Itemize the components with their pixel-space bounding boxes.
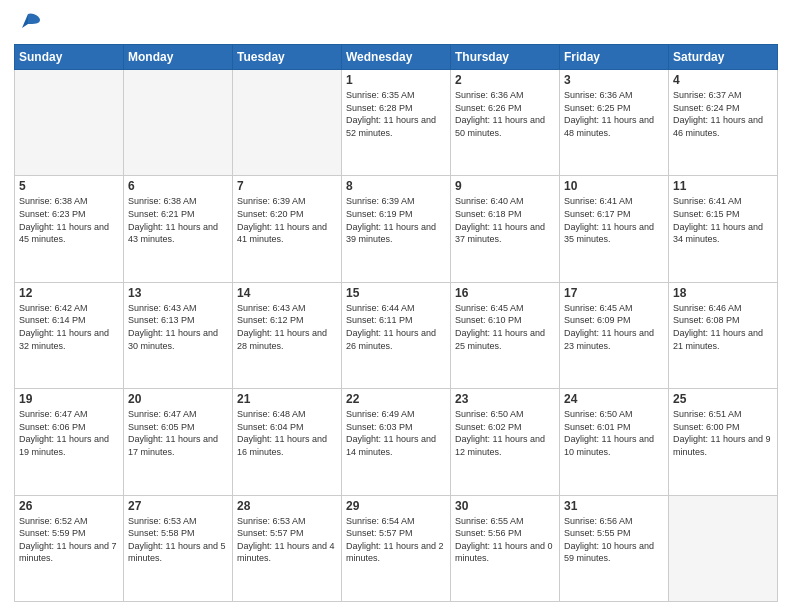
calendar-cell: 30Sunrise: 6:55 AMSunset: 5:56 PMDayligh… (451, 495, 560, 601)
day-info: Sunrise: 6:37 AMSunset: 6:24 PMDaylight:… (673, 89, 773, 139)
day-number: 27 (128, 499, 228, 513)
calendar-cell: 29Sunrise: 6:54 AMSunset: 5:57 PMDayligh… (342, 495, 451, 601)
header-sunday: Sunday (15, 45, 124, 70)
day-number: 28 (237, 499, 337, 513)
day-number: 7 (237, 179, 337, 193)
day-info: Sunrise: 6:55 AMSunset: 5:56 PMDaylight:… (455, 515, 555, 565)
header-tuesday: Tuesday (233, 45, 342, 70)
day-number: 16 (455, 286, 555, 300)
day-info: Sunrise: 6:41 AMSunset: 6:15 PMDaylight:… (673, 195, 773, 245)
calendar-week-0: 1Sunrise: 6:35 AMSunset: 6:28 PMDaylight… (15, 70, 778, 176)
calendar-cell: 9Sunrise: 6:40 AMSunset: 6:18 PMDaylight… (451, 176, 560, 282)
day-number: 15 (346, 286, 446, 300)
day-number: 6 (128, 179, 228, 193)
day-info: Sunrise: 6:46 AMSunset: 6:08 PMDaylight:… (673, 302, 773, 352)
calendar-header: Sunday Monday Tuesday Wednesday Thursday… (15, 45, 778, 70)
day-number: 18 (673, 286, 773, 300)
day-info: Sunrise: 6:45 AMSunset: 6:09 PMDaylight:… (564, 302, 664, 352)
header-saturday: Saturday (669, 45, 778, 70)
calendar-cell (15, 70, 124, 176)
day-info: Sunrise: 6:53 AMSunset: 5:57 PMDaylight:… (237, 515, 337, 565)
calendar-cell: 28Sunrise: 6:53 AMSunset: 5:57 PMDayligh… (233, 495, 342, 601)
calendar-cell: 5Sunrise: 6:38 AMSunset: 6:23 PMDaylight… (15, 176, 124, 282)
calendar-cell: 11Sunrise: 6:41 AMSunset: 6:15 PMDayligh… (669, 176, 778, 282)
day-info: Sunrise: 6:42 AMSunset: 6:14 PMDaylight:… (19, 302, 119, 352)
page: Sunday Monday Tuesday Wednesday Thursday… (0, 0, 792, 612)
header-friday: Friday (560, 45, 669, 70)
calendar-cell: 18Sunrise: 6:46 AMSunset: 6:08 PMDayligh… (669, 282, 778, 388)
day-info: Sunrise: 6:44 AMSunset: 6:11 PMDaylight:… (346, 302, 446, 352)
day-info: Sunrise: 6:54 AMSunset: 5:57 PMDaylight:… (346, 515, 446, 565)
calendar-cell: 31Sunrise: 6:56 AMSunset: 5:55 PMDayligh… (560, 495, 669, 601)
calendar-cell: 21Sunrise: 6:48 AMSunset: 6:04 PMDayligh… (233, 389, 342, 495)
day-number: 2 (455, 73, 555, 87)
day-info: Sunrise: 6:51 AMSunset: 6:00 PMDaylight:… (673, 408, 773, 458)
day-number: 1 (346, 73, 446, 87)
day-info: Sunrise: 6:45 AMSunset: 6:10 PMDaylight:… (455, 302, 555, 352)
calendar-cell: 16Sunrise: 6:45 AMSunset: 6:10 PMDayligh… (451, 282, 560, 388)
calendar-cell (233, 70, 342, 176)
calendar-cell: 22Sunrise: 6:49 AMSunset: 6:03 PMDayligh… (342, 389, 451, 495)
calendar-cell: 24Sunrise: 6:50 AMSunset: 6:01 PMDayligh… (560, 389, 669, 495)
day-info: Sunrise: 6:53 AMSunset: 5:58 PMDaylight:… (128, 515, 228, 565)
weekday-row: Sunday Monday Tuesday Wednesday Thursday… (15, 45, 778, 70)
logo-icon (14, 10, 42, 38)
day-number: 23 (455, 392, 555, 406)
calendar-cell (669, 495, 778, 601)
day-number: 8 (346, 179, 446, 193)
day-info: Sunrise: 6:48 AMSunset: 6:04 PMDaylight:… (237, 408, 337, 458)
day-number: 12 (19, 286, 119, 300)
day-number: 31 (564, 499, 664, 513)
day-info: Sunrise: 6:39 AMSunset: 6:20 PMDaylight:… (237, 195, 337, 245)
day-number: 11 (673, 179, 773, 193)
calendar-cell: 27Sunrise: 6:53 AMSunset: 5:58 PMDayligh… (124, 495, 233, 601)
header-monday: Monday (124, 45, 233, 70)
calendar-body: 1Sunrise: 6:35 AMSunset: 6:28 PMDaylight… (15, 70, 778, 602)
calendar-cell: 8Sunrise: 6:39 AMSunset: 6:19 PMDaylight… (342, 176, 451, 282)
header (14, 10, 778, 38)
day-number: 22 (346, 392, 446, 406)
day-number: 9 (455, 179, 555, 193)
calendar-cell: 4Sunrise: 6:37 AMSunset: 6:24 PMDaylight… (669, 70, 778, 176)
day-info: Sunrise: 6:35 AMSunset: 6:28 PMDaylight:… (346, 89, 446, 139)
calendar-cell: 7Sunrise: 6:39 AMSunset: 6:20 PMDaylight… (233, 176, 342, 282)
day-info: Sunrise: 6:38 AMSunset: 6:23 PMDaylight:… (19, 195, 119, 245)
calendar-cell: 10Sunrise: 6:41 AMSunset: 6:17 PMDayligh… (560, 176, 669, 282)
day-info: Sunrise: 6:39 AMSunset: 6:19 PMDaylight:… (346, 195, 446, 245)
day-info: Sunrise: 6:43 AMSunset: 6:13 PMDaylight:… (128, 302, 228, 352)
day-info: Sunrise: 6:49 AMSunset: 6:03 PMDaylight:… (346, 408, 446, 458)
calendar-week-3: 19Sunrise: 6:47 AMSunset: 6:06 PMDayligh… (15, 389, 778, 495)
day-info: Sunrise: 6:50 AMSunset: 6:01 PMDaylight:… (564, 408, 664, 458)
calendar-cell: 12Sunrise: 6:42 AMSunset: 6:14 PMDayligh… (15, 282, 124, 388)
day-number: 29 (346, 499, 446, 513)
day-number: 30 (455, 499, 555, 513)
calendar-cell: 19Sunrise: 6:47 AMSunset: 6:06 PMDayligh… (15, 389, 124, 495)
day-info: Sunrise: 6:47 AMSunset: 6:06 PMDaylight:… (19, 408, 119, 458)
day-number: 26 (19, 499, 119, 513)
day-info: Sunrise: 6:36 AMSunset: 6:25 PMDaylight:… (564, 89, 664, 139)
day-info: Sunrise: 6:43 AMSunset: 6:12 PMDaylight:… (237, 302, 337, 352)
day-number: 3 (564, 73, 664, 87)
calendar-cell: 6Sunrise: 6:38 AMSunset: 6:21 PMDaylight… (124, 176, 233, 282)
calendar-cell (124, 70, 233, 176)
day-info: Sunrise: 6:56 AMSunset: 5:55 PMDaylight:… (564, 515, 664, 565)
calendar-cell: 1Sunrise: 6:35 AMSunset: 6:28 PMDaylight… (342, 70, 451, 176)
day-number: 20 (128, 392, 228, 406)
calendar-week-1: 5Sunrise: 6:38 AMSunset: 6:23 PMDaylight… (15, 176, 778, 282)
calendar-cell: 25Sunrise: 6:51 AMSunset: 6:00 PMDayligh… (669, 389, 778, 495)
day-info: Sunrise: 6:52 AMSunset: 5:59 PMDaylight:… (19, 515, 119, 565)
calendar-cell: 15Sunrise: 6:44 AMSunset: 6:11 PMDayligh… (342, 282, 451, 388)
calendar-table: Sunday Monday Tuesday Wednesday Thursday… (14, 44, 778, 602)
calendar-week-2: 12Sunrise: 6:42 AMSunset: 6:14 PMDayligh… (15, 282, 778, 388)
calendar-cell: 3Sunrise: 6:36 AMSunset: 6:25 PMDaylight… (560, 70, 669, 176)
header-wednesday: Wednesday (342, 45, 451, 70)
calendar-cell: 14Sunrise: 6:43 AMSunset: 6:12 PMDayligh… (233, 282, 342, 388)
day-info: Sunrise: 6:40 AMSunset: 6:18 PMDaylight:… (455, 195, 555, 245)
day-number: 21 (237, 392, 337, 406)
day-number: 24 (564, 392, 664, 406)
day-info: Sunrise: 6:41 AMSunset: 6:17 PMDaylight:… (564, 195, 664, 245)
calendar-cell: 26Sunrise: 6:52 AMSunset: 5:59 PMDayligh… (15, 495, 124, 601)
header-thursday: Thursday (451, 45, 560, 70)
calendar-week-4: 26Sunrise: 6:52 AMSunset: 5:59 PMDayligh… (15, 495, 778, 601)
calendar-cell: 2Sunrise: 6:36 AMSunset: 6:26 PMDaylight… (451, 70, 560, 176)
